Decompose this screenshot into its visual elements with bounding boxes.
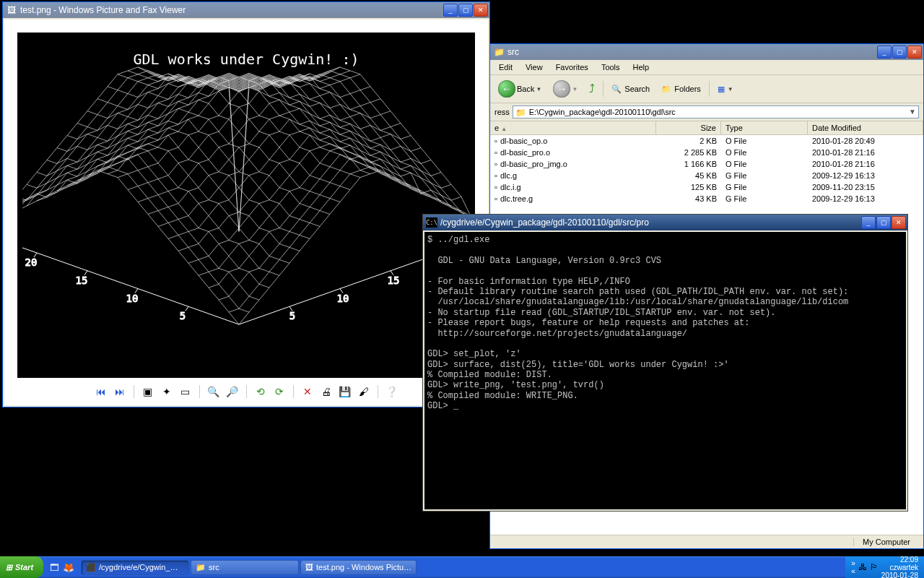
search-label: Search — [624, 85, 650, 93]
save-icon[interactable]: 💾 — [337, 384, 353, 400]
table-row[interactable]: ▫dlc.g 45 KB G File 2009-12-29 16:13 — [490, 170, 923, 181]
menu-tools[interactable]: Tools — [596, 61, 626, 73]
column-size[interactable]: Size — [656, 121, 721, 134]
tray-expand-icon[interactable]: »« — [851, 559, 855, 575]
file-name: dl-basic_pro_jmg.o — [500, 160, 567, 168]
svg-text:20: 20 — [25, 256, 38, 268]
forward-button[interactable]: → ▼ — [549, 78, 581, 100]
menu-favorites[interactable]: Favorites — [550, 61, 594, 73]
chevron-down-icon[interactable]: ▼ — [536, 86, 541, 92]
views-button[interactable]: ▦ ▼ — [714, 82, 737, 96]
firefox-icon[interactable]: 🦊 — [62, 561, 75, 574]
rotate-ccw-icon[interactable]: ⟲ — [253, 384, 269, 400]
rotate-cw-icon[interactable]: ⟳ — [271, 384, 287, 400]
file-modified: 2010-01-28 21:16 — [808, 158, 923, 170]
file-icon: ▫ — [494, 137, 497, 145]
file-icon: ▫ — [494, 160, 497, 168]
file-size: 1 166 KB — [656, 158, 721, 170]
windows-logo-icon: ⊞ — [6, 563, 12, 572]
file-name: dl-basic_pro.o — [500, 148, 550, 157]
terminal-output[interactable]: $ ../gdl.exe GDL - GNU Data Language, Ve… — [424, 232, 906, 509]
column-type[interactable]: Type — [721, 121, 808, 134]
close-button[interactable]: ✕ — [907, 46, 922, 59]
image-canvas: GDL works under Cygwin! :) 5101520510152… — [17, 33, 475, 378]
task-button[interactable]: 📁src — [191, 560, 299, 575]
address-dropdown[interactable]: ▼ — [909, 108, 916, 116]
svg-line-1 — [22, 238, 239, 324]
prev-icon[interactable]: ⏮ — [93, 384, 109, 400]
file-modified: 2009-12-29 16:13 — [808, 170, 923, 181]
zoom-out-icon[interactable]: 🔎 — [225, 384, 240, 400]
show-desktop-icon[interactable]: 🗔 — [48, 561, 61, 574]
print-icon[interactable]: 🖨 — [318, 384, 334, 400]
back-label: Back — [517, 85, 534, 93]
viewer-titlebar[interactable]: 🖼 test.png - Windows Picture and Fax Vie… — [3, 2, 489, 18]
search-button[interactable]: 🔍 Search — [608, 82, 653, 96]
start-button[interactable]: ⊞ Start — [0, 556, 43, 578]
chevron-down-icon[interactable]: ▼ — [572, 86, 578, 92]
edit-icon[interactable]: 🖌 — [356, 384, 372, 400]
back-button[interactable]: ← Back ▼ — [494, 78, 545, 100]
table-row[interactable]: ▫dl-basic_pro_jmg.o 1 166 KB O File 2010… — [490, 158, 923, 170]
table-row[interactable]: ▫dlc.i.g 125 KB G File 2009-11-20 23:15 — [490, 181, 923, 193]
delete-icon[interactable]: ✕ — [300, 384, 315, 400]
column-name[interactable]: e ▲ — [490, 121, 656, 134]
minimize-button[interactable]: _ — [443, 4, 458, 17]
file-name: dlc.i.g — [500, 183, 521, 191]
zoom-in-icon[interactable]: 🔍 — [206, 384, 222, 400]
svg-text:15: 15 — [388, 275, 400, 286]
file-modified: 2009-11-20 23:15 — [808, 181, 923, 193]
task-icon: ⬛ — [86, 563, 96, 572]
explorer-menubar: Edit View Favorites Tools Help — [490, 60, 923, 75]
folder-icon: 📁 — [515, 108, 526, 118]
terminal-titlebar[interactable]: C:\ /cygdrive/e/Cygwin_package/gdl-20100… — [423, 215, 907, 230]
minimize-button[interactable]: _ — [877, 46, 892, 59]
slideshow-icon[interactable]: ▭ — [178, 384, 193, 400]
minimize-button[interactable]: _ — [861, 216, 876, 229]
file-modified: 2010-01-28 21:16 — [808, 147, 923, 158]
close-button[interactable]: ✕ — [892, 216, 906, 229]
fit-icon[interactable]: ▣ — [140, 384, 156, 400]
quick-launch: 🗔 🦊 — [43, 561, 79, 574]
file-type: O File — [721, 147, 808, 158]
file-size: 43 KB — [656, 193, 721, 204]
close-button[interactable]: ✕ — [474, 4, 488, 17]
separator — [199, 385, 200, 398]
up-folder-icon: ⤴ — [589, 82, 595, 95]
task-button[interactable]: 🖼test.png - Windows Pictu… — [300, 560, 417, 575]
task-label: /cygdrive/e/Cygwin_… — [99, 563, 178, 571]
menu-edit[interactable]: Edit — [493, 61, 518, 73]
task-button[interactable]: ⬛/cygdrive/e/Cygwin_… — [81, 560, 189, 575]
forward-arrow-icon: → — [553, 80, 570, 98]
address-input[interactable] — [513, 105, 919, 118]
actual-icon[interactable]: ✦ — [159, 384, 175, 400]
file-name: dlc.tree.g — [500, 194, 533, 203]
clock-date: 2010-01-28 — [881, 571, 918, 579]
tray-network-icon[interactable]: 🖧 — [858, 562, 867, 572]
tray-clock[interactable]: 22:09 czwartek 2010-01-28 — [881, 556, 918, 579]
next-icon[interactable]: ⏭ — [112, 384, 128, 400]
column-modified[interactable]: Date Modified — [808, 121, 923, 134]
folders-button[interactable]: 📁 Folders — [658, 82, 705, 96]
chevron-down-icon[interactable]: ▼ — [728, 86, 733, 92]
svg-text:15: 15 — [76, 275, 88, 286]
table-row[interactable]: ▫dl-basic_pro.o 2 285 KB O File 2010-01-… — [490, 147, 923, 158]
table-row[interactable]: ▫dl-basic_op.o 2 KB O File 2010-01-28 20… — [490, 135, 923, 147]
maximize-button[interactable]: ▢ — [892, 46, 907, 59]
task-buttons: ⬛/cygdrive/e/Cygwin_…📁src🖼test.png - Win… — [79, 560, 845, 575]
file-type: O File — [721, 135, 808, 147]
table-row[interactable]: ▫dlc.tree.g 43 KB G File 2009-12-29 16:1… — [490, 193, 923, 204]
menu-view[interactable]: View — [520, 61, 549, 73]
maximize-button[interactable]: ▢ — [876, 216, 891, 229]
maximize-button[interactable]: ▢ — [458, 4, 473, 17]
up-button[interactable]: ⤴ — [585, 80, 598, 98]
explorer-titlebar[interactable]: 📁 src _ ▢ ✕ — [490, 44, 923, 60]
tray-flag-icon[interactable]: 🏳 — [870, 562, 879, 572]
help-icon[interactable]: ❔ — [384, 384, 400, 400]
explorer-statusbar: My Computer — [490, 535, 923, 548]
task-label: src — [209, 563, 219, 571]
file-size: 2 285 KB — [656, 147, 721, 158]
file-name: dl-basic_op.o — [500, 137, 547, 145]
menu-help[interactable]: Help — [627, 61, 655, 73]
separator — [246, 385, 247, 398]
